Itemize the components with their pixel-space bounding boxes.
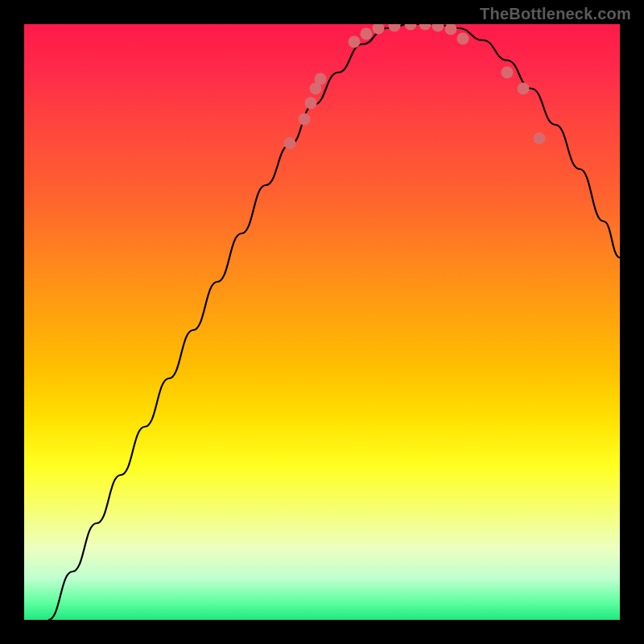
data-point (419, 24, 431, 31)
curve-line (48, 24, 620, 620)
data-point (432, 24, 444, 32)
data-point (502, 67, 514, 79)
chart-frame: TheBottleneck.com (0, 0, 644, 644)
data-point (518, 83, 530, 95)
data-point (305, 97, 317, 109)
plot-area (24, 24, 620, 620)
data-point (361, 28, 373, 40)
data-point (405, 24, 417, 31)
plot-svg (24, 24, 620, 620)
data-point (299, 114, 311, 126)
data-point (284, 138, 296, 150)
data-point (349, 36, 361, 48)
data-point (534, 133, 546, 145)
data-point (445, 24, 457, 35)
data-point (389, 24, 401, 32)
watermark-text: TheBottleneck.com (480, 5, 631, 23)
data-points (284, 24, 546, 150)
data-point (457, 33, 469, 45)
data-point (315, 73, 327, 85)
data-point (373, 24, 385, 35)
